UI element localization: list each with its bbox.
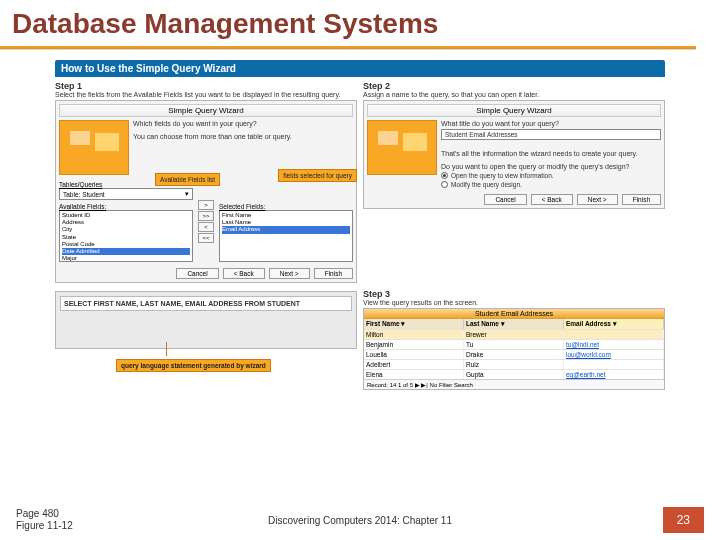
footer-figure-ref: Figure 11-12 (16, 520, 73, 532)
callout-selected: fields selected for query (278, 169, 357, 182)
results-datasheet: Student Email Addresses First Name ▾ Las… (363, 308, 665, 390)
col-firstname[interactable]: First Name ▾ (364, 319, 464, 329)
wizard2-window: Simple Query Wizard What title do you wa… (363, 100, 665, 209)
available-fields-label: Available Fields: (59, 203, 193, 210)
add-one-button[interactable]: > (198, 200, 214, 210)
record-navigator[interactable]: Record: 14 1 of 5 ▶ ▶| No Filter Search (364, 379, 664, 389)
radio-selected-icon (441, 172, 448, 179)
wizard1-prompt2: You can choose from more than one table … (133, 133, 353, 140)
wizard1-prompt1: Which fields do you want in your query? (133, 120, 353, 127)
table-row[interactable]: BenjaminTutu@indi.net (364, 339, 664, 349)
selected-fields-label: Selected Fields: (219, 203, 353, 210)
step-2: Step 2 Assign a name to the query, so th… (363, 81, 665, 283)
wizard2-info2: Do you want to open the query or modify … (441, 163, 661, 170)
step2-desc: Assign a name to the query, so that you … (363, 91, 665, 98)
back-button[interactable]: < Back (531, 194, 573, 205)
radio-unselected-icon (441, 181, 448, 188)
query-name-input[interactable]: Student Email Addresses (441, 129, 661, 140)
sql-statement-panel: SELECT FIRST NAME, LAST NAME, EMAIL ADDR… (55, 291, 357, 349)
datasheet-title: Student Email Addresses (364, 309, 664, 319)
remove-all-button[interactable]: << (198, 233, 214, 243)
col-lastname[interactable]: Last Name ▾ (464, 319, 564, 329)
back-button[interactable]: < Back (223, 268, 265, 279)
add-all-button[interactable]: >> (198, 211, 214, 221)
col-email[interactable]: Email Address ▾ (564, 319, 664, 329)
wizard1-title: Simple Query Wizard (59, 104, 353, 117)
table-row[interactable]: AdelbertRuiz (364, 359, 664, 369)
table-row[interactable]: MiltonBrewer (364, 329, 664, 339)
callout-available: Available Fields list (155, 173, 220, 186)
wizard-flag-icon (367, 120, 437, 175)
selected-fields-list[interactable]: First Name Last Name Email Address (219, 210, 353, 262)
finish-button[interactable]: Finish (314, 268, 353, 279)
finish-button[interactable]: Finish (622, 194, 661, 205)
sql-area: SELECT FIRST NAME, LAST NAME, EMAIL ADDR… (55, 289, 357, 390)
sql-statement-text: SELECT FIRST NAME, LAST NAME, EMAIL ADDR… (60, 296, 352, 311)
figure-header: How to Use the Simple Query Wizard (55, 60, 665, 77)
slide-footer: Page 480 Figure 11-12 Discovering Comput… (0, 500, 720, 540)
wizard1-window: Simple Query Wizard Which fields do you … (55, 100, 357, 283)
slide-title: Database Management Systems (0, 0, 720, 42)
remove-one-button[interactable]: < (198, 222, 214, 232)
wizard2-info1: That's all the information the wizard ne… (441, 150, 661, 157)
step3-label: Step 3 (363, 289, 665, 299)
cancel-button[interactable]: Cancel (484, 194, 526, 205)
step-3: Step 3 View the query results on the scr… (363, 289, 665, 390)
wizard2-title: Simple Query Wizard (367, 104, 661, 117)
tables-dropdown[interactable]: Table: Student (59, 188, 193, 200)
footer-page-ref: Page 480 (16, 508, 73, 520)
page-number-badge: 23 (663, 507, 704, 533)
step3-desc: View the query results on the screen. (363, 299, 665, 306)
footer-center-text: Discovering Computers 2014: Chapter 11 (268, 515, 452, 526)
next-button[interactable]: Next > (269, 268, 310, 279)
step1-label: Step 1 (55, 81, 357, 91)
radio-open-query[interactable]: Open the query to view information. (441, 172, 661, 179)
transfer-buttons: > >> < << (197, 181, 215, 262)
next-button[interactable]: Next > (577, 194, 618, 205)
wizard-graphic-icon (59, 120, 129, 175)
figure-content: How to Use the Simple Query Wizard Step … (55, 60, 665, 492)
cancel-button[interactable]: Cancel (176, 268, 218, 279)
step-1: Step 1 Select the fields from the Availa… (55, 81, 357, 283)
table-row[interactable]: LouellaDrakelou@world.com (364, 349, 664, 359)
step2-label: Step 2 (363, 81, 665, 91)
callout-connector (166, 342, 167, 356)
wizard2-prompt: What title do you want for your query? (441, 120, 661, 127)
available-fields-list[interactable]: Student ID Address City State Postal Cod… (59, 210, 193, 262)
title-divider (0, 46, 696, 50)
step1-desc: Select the fields from the Available Fie… (55, 91, 357, 98)
radio-modify-design[interactable]: Modify the query design. (441, 181, 661, 188)
table-row[interactable]: ElenaGuptaeg@earth.net (364, 369, 664, 379)
callout-sql: query language statement generated by wi… (116, 359, 271, 372)
datasheet-header: First Name ▾ Last Name ▾ Email Address ▾ (364, 319, 664, 329)
